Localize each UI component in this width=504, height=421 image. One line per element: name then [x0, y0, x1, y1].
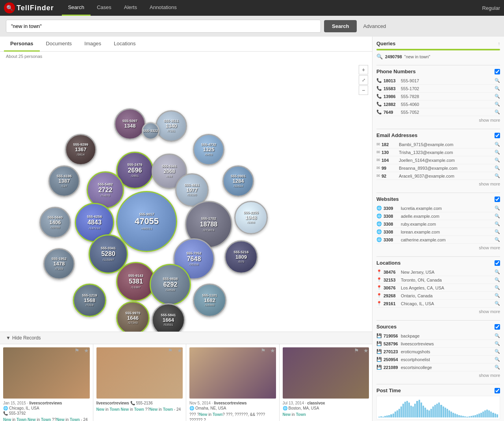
bubble-phone-b21: 555-9143 — [128, 274, 143, 278]
chart-bar — [452, 413, 454, 417]
email-show-more[interactable]: show more — [376, 180, 500, 188]
bubble-number-b2: 1340 — [166, 123, 177, 129]
bubble-b4[interactable]: 555-47321325/6453 — [193, 134, 224, 165]
post-time-title: Post Time — [376, 388, 401, 393]
item-search-icon[interactable]: 🔍 — [495, 301, 500, 306]
bubble-b20[interactable]: 555-19521478/7103 — [43, 248, 75, 280]
bubble-b2[interactable]: 555-35111340/7151 — [156, 110, 187, 142]
item-search-icon[interactable]: 🔍 — [495, 78, 500, 83]
item-search-icon[interactable]: 🔍 — [495, 365, 500, 370]
search-button[interactable]: Search — [324, 20, 357, 32]
item-search-icon[interactable]: 🔍 — [495, 165, 500, 171]
item-search-icon[interactable]: 🔍 — [495, 109, 500, 115]
record-flag-button[interactable]: ⚑ — [166, 347, 174, 354]
zoom-in-button[interactable]: + — [359, 65, 368, 74]
locations-show-more[interactable]: show more — [376, 308, 500, 315]
record-star-button[interactable]: ★ — [362, 347, 370, 354]
records-grid: ⚑ ★ Jan 15, 2015 · liveescortreviews 🌐Ch… — [0, 344, 372, 421]
phone-numbers-checkbox[interactable] — [495, 69, 500, 74]
record-flag-button[interactable]: ⚑ — [259, 347, 267, 354]
item-search-icon[interactable]: 🔍 — [495, 213, 500, 219]
nav-tab-alerts[interactable]: Alerts — [118, 0, 143, 16]
chart-bar — [408, 402, 410, 417]
item-search-icon[interactable]: 🔍 — [495, 285, 500, 290]
bubble-b16[interactable]: 555-56401406/33760 — [39, 207, 71, 238]
item-search-icon[interactable]: 🔍 — [495, 102, 500, 107]
bubble-b11[interactable]: 555-09011284/32624 — [222, 165, 254, 197]
bubble-b3[interactable]: 555-3322 — [142, 122, 159, 140]
bubble-b1[interactable]: 555-50971348 — [114, 108, 146, 140]
item-search-icon[interactable]: 🔍 — [495, 333, 500, 338]
list-item: 📞 15583 555-1702 🔍 — [376, 85, 500, 93]
sources-list: 💾 719056 backpage 🔍 💾 528796 liveescortr… — [376, 332, 500, 371]
item-search-icon[interactable]: 🔍 — [495, 277, 500, 282]
list-item: 📞 13986 555-7828 🔍 — [376, 93, 500, 100]
item-search-icon[interactable]: 🔍 — [495, 269, 500, 274]
bubble-b8[interactable]: 555-41961387/127 — [48, 165, 80, 197]
item-search-icon[interactable]: 🔍 — [495, 173, 500, 178]
item-search-icon[interactable]: 🔍 — [495, 341, 500, 346]
queries-export-icon[interactable]: ↑ — [498, 41, 500, 46]
item-search-icon[interactable]: 🔍 — [495, 221, 500, 226]
advanced-button[interactable]: Advanced — [360, 20, 389, 32]
record-star-button[interactable]: ★ — [176, 347, 183, 354]
tab-personas[interactable]: Personas — [4, 37, 40, 52]
post-time-checkbox[interactable] — [495, 388, 500, 393]
websites-show-more[interactable]: show more — [376, 244, 500, 252]
chart-bar — [390, 414, 392, 417]
item-search-icon[interactable]: 🔍 — [495, 357, 500, 362]
query-text: "new in town" — [404, 54, 430, 59]
nav-tab-cases[interactable]: Cases — [91, 0, 118, 16]
bubble-b26[interactable]: 555-58411664/53531 — [152, 303, 185, 332]
item-value: Joellen_5164@example.com — [399, 158, 495, 163]
record-flag-button[interactable]: ⚑ — [73, 347, 81, 354]
source-icon: 💾 — [376, 341, 382, 346]
nav-tab-search[interactable]: Search — [62, 0, 91, 16]
bubble-b5[interactable]: 555-92991367/3814 — [65, 134, 96, 165]
fullscreen-button[interactable]: ⤢ — [359, 75, 368, 85]
item-search-icon[interactable]: 🔍 — [495, 150, 500, 155]
bubble-number-b5: 1367 — [75, 147, 87, 153]
tab-documents[interactable]: Documents — [40, 37, 78, 52]
websites-checkbox[interactable] — [495, 197, 500, 202]
bubble-b14[interactable]: 555-22551948/3356 — [234, 201, 268, 234]
bubble-b22[interactable]: 555-98386292/14539 — [150, 264, 191, 305]
item-search-icon[interactable]: 🔍 — [495, 206, 500, 211]
item-search-icon[interactable]: 🔍 — [495, 229, 500, 234]
item-search-icon[interactable]: 🔍 — [495, 349, 500, 354]
sources-show-more[interactable]: show more — [376, 371, 500, 379]
search-input[interactable] — [6, 20, 321, 33]
bubble-b23[interactable]: 555-12191568/7219 — [73, 284, 106, 317]
locations-checkbox[interactable] — [495, 260, 500, 266]
item-search-icon[interactable]: 🔍 — [495, 142, 500, 147]
divider-6 — [376, 384, 500, 384]
bubble-b25[interactable]: 555-99701646/27243 — [116, 301, 150, 332]
item-search-icon[interactable]: 🔍 — [495, 94, 500, 99]
item-count: 30676 — [384, 286, 399, 290]
item-search-icon[interactable]: 🔍 — [495, 86, 500, 91]
tab-images[interactable]: Images — [78, 37, 107, 52]
zoom-out-button[interactable]: − — [359, 85, 368, 95]
chart-bar — [398, 409, 400, 417]
email-checkbox[interactable] — [495, 133, 500, 138]
chart-bar — [400, 406, 402, 417]
item-search-icon[interactable]: 🔍 — [495, 293, 500, 298]
item-value: Ontario, Canada — [401, 293, 495, 298]
bubble-b19[interactable]: 555-52161809/575 — [224, 240, 258, 274]
bubble-b24[interactable]: 555-11011682/16440 — [193, 284, 226, 317]
record-star-button[interactable]: ★ — [269, 347, 277, 354]
item-search-icon[interactable]: 🔍 — [495, 237, 500, 242]
record-star-button[interactable]: ★ — [83, 347, 91, 354]
tab-locations[interactable]: Locations — [107, 37, 142, 52]
item-search-icon[interactable]: 🔍 — [495, 158, 500, 163]
bubble-sub-b10: /53195 — [187, 193, 196, 197]
record-flag-button[interactable]: ⚑ — [352, 347, 360, 354]
bubble-number-b18: 7648 — [187, 255, 201, 263]
phone-numbers-show-more[interactable]: show more — [376, 116, 500, 124]
sources-checkbox[interactable] — [495, 324, 500, 330]
hide-records-bar[interactable]: ▼ Hide Records — [0, 332, 372, 344]
locations-header: Locations — [376, 260, 500, 266]
nav-tab-annotations[interactable]: Annotations — [143, 0, 183, 16]
bubble-b12[interactable]: 555-901747055/480011 — [116, 191, 177, 252]
sources-header: Sources — [376, 324, 500, 330]
